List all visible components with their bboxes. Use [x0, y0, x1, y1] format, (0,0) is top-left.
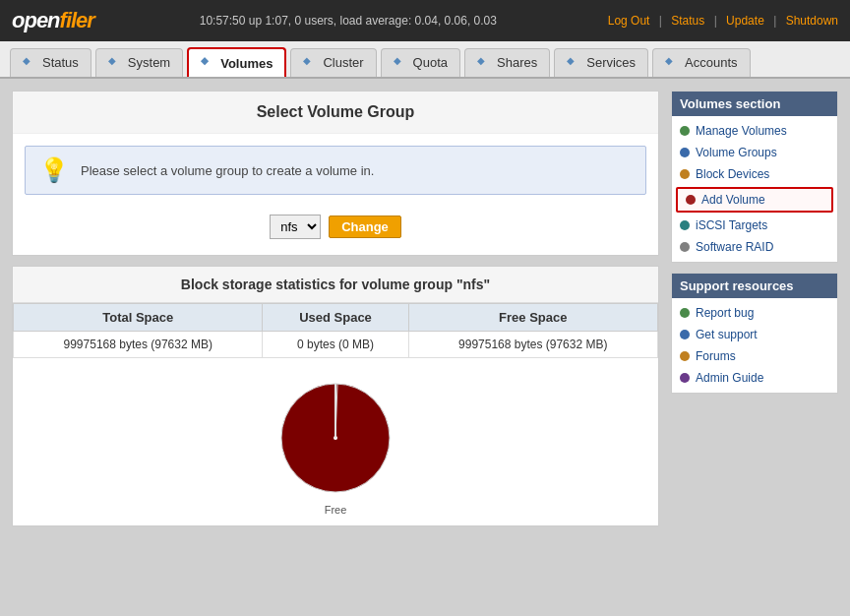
logo: openfiler	[12, 8, 94, 33]
dot-icon	[680, 220, 690, 230]
select-vg-title: Select Volume Group	[13, 92, 658, 134]
dot-icon	[680, 169, 690, 179]
stats-row: 99975168 bytes (97632 MB) 0 bytes (0 MB)…	[14, 332, 658, 358]
pie-chart-area: Free	[13, 358, 658, 525]
sidebar-volumes-items: Manage Volumes Volume Groups Block Devic…	[672, 116, 837, 262]
pie-chart	[272, 374, 399, 502]
dot-icon	[680, 330, 690, 339]
sidebar-item-iscsi-targets[interactable]: iSCSI Targets	[672, 215, 837, 236]
stats-box: Block storage statistics for volume grou…	[12, 266, 659, 526]
shutdown-link[interactable]: Shutdown	[786, 14, 838, 28]
dot-icon	[680, 373, 690, 383]
sidebar-volumes-title: Volumes section	[672, 92, 837, 116]
nav-bar: ◆Status◆System◆Volumes◆Cluster◆Quota◆Sha…	[0, 41, 850, 79]
content-area: Select Volume Group 💡 Please select a vo…	[12, 91, 659, 526]
sidebar-item-software-raid[interactable]: Software RAID	[672, 236, 837, 258]
shares-nav-icon: ◆	[477, 55, 493, 71]
cluster-nav-icon: ◆	[303, 55, 319, 71]
nav-tab-system[interactable]: ◆System	[95, 48, 183, 77]
logout-link[interactable]: Log Out	[608, 14, 650, 28]
sidebar-volumes-section: Volumes section Manage Volumes Volume Gr…	[671, 91, 838, 263]
dot-icon	[680, 126, 690, 136]
volumes-nav-icon: ◆	[201, 55, 216, 71]
sidebar-support-items: Report bug Get support Forums Admin Guid…	[672, 298, 837, 393]
dot-icon	[680, 351, 690, 361]
dot-icon	[680, 148, 690, 157]
info-message: Please select a volume group to create a…	[81, 163, 374, 178]
sidebar-item-forums[interactable]: Forums	[672, 345, 837, 367]
col-used: Used Space	[263, 304, 408, 332]
nav-tab-services[interactable]: ◆Services	[554, 48, 648, 77]
change-button[interactable]: Change	[329, 216, 401, 238]
sidebar-support-section: Support resources Report bug Get support…	[671, 273, 838, 394]
vg-dropdown[interactable]: nfs	[270, 215, 321, 239]
nav-tab-volumes[interactable]: ◆Volumes	[187, 47, 286, 77]
nav-tab-quota[interactable]: ◆Quota	[381, 48, 460, 77]
free-space: 99975168 bytes (97632 MB)	[408, 332, 658, 358]
sidebar-item-report-bug[interactable]: Report bug	[672, 302, 837, 324]
system-nav-icon: ◆	[108, 55, 124, 71]
services-nav-icon: ◆	[567, 55, 582, 71]
sidebar-item-add-volume[interactable]: Add Volume	[676, 187, 833, 213]
sidebar-item-admin-guide[interactable]: Admin Guide	[672, 367, 837, 389]
header-actions: Log Out | Status | Update | Shutdown	[602, 14, 838, 28]
dot-icon	[680, 242, 690, 252]
sidebar-item-block-devices[interactable]: Block Devices	[672, 163, 837, 185]
col-total: Total Space	[14, 304, 263, 332]
status-nav-icon: ◆	[23, 55, 38, 71]
accounts-nav-icon: ◆	[665, 55, 681, 71]
status-link[interactable]: Status	[671, 14, 704, 28]
update-link[interactable]: Update	[726, 14, 764, 28]
info-icon: 💡	[39, 156, 69, 184]
nav-tab-status[interactable]: ◆Status	[10, 48, 91, 77]
select-vg-box: Select Volume Group 💡 Please select a vo…	[12, 91, 659, 256]
stats-table: Total Space Used Space Free Space 999751…	[13, 303, 658, 358]
sidebar-support-title: Support resources	[672, 274, 837, 298]
header: openfiler 10:57:50 up 1:07, 0 users, loa…	[0, 0, 850, 41]
total-space: 99975168 bytes (97632 MB)	[14, 332, 263, 358]
main-content: Select Volume Group 💡 Please select a vo…	[0, 79, 850, 538]
nav-tab-accounts[interactable]: ◆Accounts	[652, 48, 750, 77]
info-box: 💡 Please select a volume group to create…	[25, 146, 646, 195]
nav-tab-cluster[interactable]: ◆Cluster	[290, 48, 376, 77]
system-status: 10:57:50 up 1:07, 0 users, load average:…	[200, 14, 497, 28]
dot-icon	[686, 195, 696, 205]
sidebar: Volumes section Manage Volumes Volume Gr…	[671, 91, 838, 526]
vg-select-row: nfs Change	[13, 207, 658, 255]
quota-nav-icon: ◆	[394, 55, 409, 71]
dot-icon	[680, 308, 690, 318]
sidebar-item-volume-groups[interactable]: Volume Groups	[672, 142, 837, 163]
sidebar-item-manage-volumes[interactable]: Manage Volumes	[672, 120, 837, 142]
nav-tab-shares[interactable]: ◆Shares	[464, 48, 550, 77]
used-space: 0 bytes (0 MB)	[263, 332, 408, 358]
sidebar-item-get-support[interactable]: Get support	[672, 324, 837, 345]
chart-label: Free	[325, 504, 347, 516]
stats-title: Block storage statistics for volume grou…	[13, 267, 658, 303]
col-free: Free Space	[408, 304, 658, 332]
